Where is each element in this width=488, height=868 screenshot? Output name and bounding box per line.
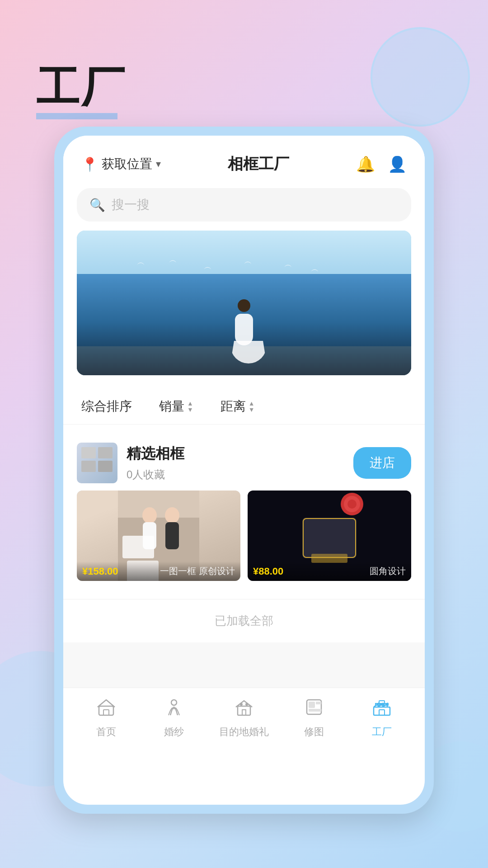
svg-rect-0 (81, 447, 96, 458)
retouch-icon (304, 697, 324, 722)
svg-rect-28 (316, 702, 321, 704)
location-label: 获取位置 (102, 156, 152, 173)
svg-rect-13 (302, 518, 357, 558)
sort-item-sales[interactable]: 销量 ▲▼ (159, 398, 193, 415)
figure-head (238, 299, 250, 312)
nav-label-retouch: 修图 (304, 725, 324, 739)
product-2-tag: 圆角设计 (370, 565, 406, 577)
page-title-area: 工厂 (36, 59, 127, 119)
product-grid: ¥158.00 一图一框 原创设计 (77, 491, 411, 585)
nav-label-destination-wedding: 目的地婚礼 (219, 725, 269, 739)
search-placeholder-text: 搜一搜 (112, 196, 150, 213)
all-loaded-text: 已加载全部 (63, 599, 425, 642)
store-thumbnail (77, 443, 117, 483)
sort-comprehensive-label: 综合排序 (81, 398, 132, 415)
home-icon (96, 697, 116, 722)
svg-rect-3 (98, 461, 113, 472)
svg-point-23 (240, 703, 243, 706)
location-button[interactable]: 📍 获取位置 ▾ (81, 156, 161, 173)
nav-item-factory[interactable]: 工厂 (359, 697, 404, 739)
bottom-spacer (63, 642, 425, 688)
svg-rect-22 (238, 706, 250, 715)
store-thumb-inner (77, 443, 117, 483)
svg-point-17 (347, 500, 357, 509)
store-favorites: 0人收藏 (127, 467, 184, 482)
header-icons: 🔔 👤 (356, 155, 407, 173)
svg-rect-1 (98, 447, 113, 458)
sort-sales-label: 销量 (159, 398, 184, 415)
page-title: 工厂 (36, 59, 127, 118)
nav-label-factory: 工厂 (372, 725, 392, 739)
product-item-2[interactable]: ¥88.00 圆角设计 (248, 491, 411, 581)
product-item-1[interactable]: ¥158.00 一图一框 原创设计 (77, 491, 240, 581)
svg-rect-29 (309, 709, 321, 712)
svg-rect-20 (103, 710, 109, 715)
sort-item-comprehensive[interactable]: 综合排序 (81, 398, 132, 415)
banner-image: ︵ ︵ ︵ ︵ ︵ ︵ (77, 231, 411, 375)
app-title: 相框工厂 (228, 154, 289, 175)
svg-point-21 (171, 700, 177, 705)
sort-sales-arrows: ▲▼ (187, 400, 193, 413)
enter-store-button[interactable]: 进店 (353, 447, 411, 479)
phone-frame: 📍 获取位置 ▾ 相框工厂 🔔 👤 🔍 搜一搜 ︵ ︵ ︵ (54, 127, 434, 814)
factory-icon (372, 697, 392, 722)
product-1-tag: 一图一框 原创设计 (160, 565, 235, 577)
store-header: 精选相框 0人收藏 进店 (77, 443, 411, 483)
nav-item-destination-wedding[interactable]: 目的地婚礼 (219, 697, 269, 739)
bird-3: ︵ (204, 261, 212, 272)
product-2-price: ¥88.00 (253, 566, 283, 577)
bell-icon[interactable]: 🔔 (356, 155, 375, 173)
banner-figure (230, 299, 258, 354)
bird-5: ︵ (284, 259, 292, 270)
phone-inner: 📍 获取位置 ▾ 相框工厂 🔔 👤 🔍 搜一搜 ︵ ︵ ︵ (63, 136, 425, 805)
nav-label-wedding-dress: 婚纱 (164, 725, 184, 739)
svg-rect-10 (122, 536, 154, 558)
product-1-overlay: ¥158.00 一图一框 原创设计 (77, 561, 240, 581)
nav-item-retouch[interactable]: 修图 (291, 697, 337, 739)
svg-rect-31 (379, 710, 385, 715)
svg-point-6 (142, 507, 157, 524)
product-1-price: ¥158.00 (82, 566, 118, 577)
svg-point-8 (165, 507, 179, 524)
nav-label-home: 首页 (96, 725, 116, 739)
search-bar[interactable]: 🔍 搜一搜 (77, 188, 411, 222)
svg-rect-9 (165, 522, 179, 549)
svg-rect-30 (374, 707, 390, 715)
bird-2: ︵ (169, 255, 177, 265)
bird-6: ︵ (311, 264, 319, 274)
profile-icon[interactable]: 👤 (388, 155, 407, 173)
figure-body (235, 314, 253, 345)
store-name: 精选相框 (127, 444, 184, 464)
svg-rect-19 (99, 706, 113, 715)
store-info: 精选相框 0人收藏 (77, 443, 184, 483)
location-icon: 📍 (81, 156, 98, 172)
svg-point-24 (245, 703, 248, 706)
bg-circle-top-right (371, 27, 470, 127)
sort-item-distance[interactable]: 距离 ▲▼ (221, 398, 255, 415)
bottom-nav: 首页 婚纱 (63, 688, 425, 752)
destination-wedding-icon (234, 697, 254, 722)
bird-4: ︵ (244, 256, 252, 267)
nav-item-wedding-dress[interactable]: 婚纱 (151, 697, 197, 739)
wedding-dress-icon (164, 697, 184, 722)
chevron-down-icon: ▾ (156, 158, 161, 170)
svg-rect-25 (242, 710, 246, 715)
store-meta: 精选相框 0人收藏 (127, 444, 184, 482)
store-card: 精选相框 0人收藏 进店 (77, 434, 411, 590)
svg-rect-2 (81, 461, 96, 472)
sort-bar: 综合排序 销量 ▲▼ 距离 ▲▼ (63, 389, 425, 425)
product-2-overlay: ¥88.00 圆角设计 (248, 561, 411, 581)
sort-distance-arrows: ▲▼ (249, 400, 255, 413)
sort-distance-label: 距离 (221, 398, 246, 415)
app-header: 📍 获取位置 ▾ 相框工厂 🔔 👤 (63, 136, 425, 184)
bird-1: ︵ (137, 257, 145, 268)
svg-rect-27 (309, 702, 315, 708)
nav-item-home[interactable]: 首页 (84, 697, 129, 739)
search-icon: 🔍 (89, 198, 105, 212)
